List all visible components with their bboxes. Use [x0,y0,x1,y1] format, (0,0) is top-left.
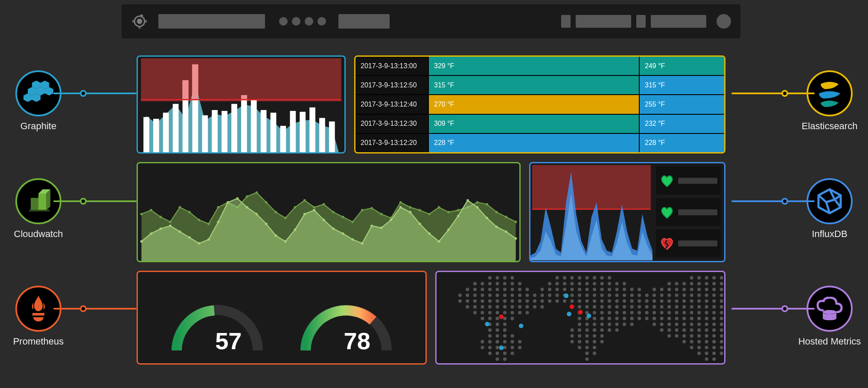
svg-point-458 [510,334,514,338]
datasource-label: Graphite [6,121,70,132]
svg-point-488 [697,340,701,343]
svg-point-205 [630,288,634,291]
svg-point-493 [481,346,484,349]
datasource-label: Prometheus [6,336,70,347]
svg-point-424 [690,322,693,326]
prometheus-icon [26,295,51,322]
svg-point-121 [476,206,479,208]
svg-point-381 [481,317,484,320]
svg-point-337 [682,305,686,309]
svg-rect-37 [280,126,286,152]
svg-point-415 [608,322,611,326]
svg-rect-29 [221,111,227,152]
svg-point-469 [705,334,708,338]
svg-point-212 [690,288,693,291]
svg-point-216 [720,288,723,291]
svg-point-342 [720,305,723,309]
connector [53,200,137,202]
svg-rect-35 [261,110,267,152]
svg-point-173 [697,282,701,285]
svg-point-413 [593,322,596,326]
svg-point-439 [600,328,603,332]
svg-point-331 [638,305,641,309]
svg-point-351 [488,311,492,314]
influxdb-icon [816,188,843,215]
svg-point-275 [503,299,507,303]
svg-point-405 [720,317,723,320]
svg-point-332 [645,305,649,309]
svg-point-515 [705,352,708,355]
svg-point-523 [585,357,588,361]
svg-point-524 [705,357,708,361]
svg-point-313 [473,305,477,309]
svg-point-128 [488,276,492,280]
svg-point-122 [486,217,488,219]
svg-point-395 [645,317,649,320]
svg-point-384 [503,317,507,320]
svg-point-411 [578,322,581,326]
svg-point-108 [351,238,354,241]
svg-point-245 [608,293,611,297]
svg-point-95 [227,201,229,204]
svg-point-211 [682,288,686,291]
svg-point-157 [518,282,521,285]
svg-point-210 [675,288,679,291]
panel-table: 2017-3-9-13:13:00329 °F249 °F2017-3-9-13… [354,55,725,153]
svg-point-194 [548,288,551,291]
svg-rect-33 [251,99,257,152]
svg-point-250 [645,293,649,297]
svg-point-213 [697,288,701,291]
timestamp-cell: 2017-3-9-13:12:30 [355,115,428,133]
svg-point-370 [675,311,679,314]
svg-point-403 [705,317,708,320]
svg-rect-19 [143,117,149,152]
gauge-value: 57 [179,327,277,355]
svg-point-386 [578,317,581,320]
svg-point-100 [274,235,277,237]
svg-point-535 [578,310,583,315]
svg-point-195 [555,288,559,291]
svg-point-512 [585,352,588,355]
connector [731,93,815,94]
svg-point-511 [510,352,514,355]
svg-point-80 [476,201,479,204]
svg-point-69 [370,207,373,209]
svg-point-53 [217,206,219,208]
connector [53,93,137,94]
svg-point-101 [284,240,287,243]
datasource-hosted-metrics: Hosted Metrics [798,286,862,347]
svg-point-271 [473,299,477,303]
svg-point-442 [660,328,664,332]
svg-point-295 [652,299,656,303]
value-cell: 309 °F [428,115,639,133]
svg-point-446 [690,328,693,332]
svg-point-238 [555,293,559,297]
svg-point-330 [630,305,634,309]
value-cell: 315 °F [428,76,639,94]
svg-point-315 [488,305,492,309]
svg-point-536 [567,312,571,316]
hosted-metrics-icon [815,297,844,321]
svg-point-457 [503,334,507,338]
svg-point-230 [495,293,499,297]
svg-point-191 [518,288,521,291]
svg-point-119 [457,215,460,217]
svg-point-93 [207,238,210,241]
svg-point-508 [488,352,492,355]
svg-point-279 [533,299,536,303]
svg-point-402 [697,317,701,320]
svg-point-396 [652,317,656,320]
svg-point-317 [503,305,507,309]
svg-point-117 [438,240,440,243]
svg-point-51 [198,219,200,221]
svg-rect-27 [202,115,208,152]
svg-point-193 [540,288,544,291]
svg-point-59 [274,211,277,214]
svg-point-141 [697,276,701,280]
svg-point-196 [563,288,566,291]
svg-point-389 [600,317,603,320]
svg-rect-39 [300,112,306,152]
svg-point-68 [361,209,364,211]
svg-point-341 [712,305,716,309]
svg-rect-21 [163,113,169,152]
